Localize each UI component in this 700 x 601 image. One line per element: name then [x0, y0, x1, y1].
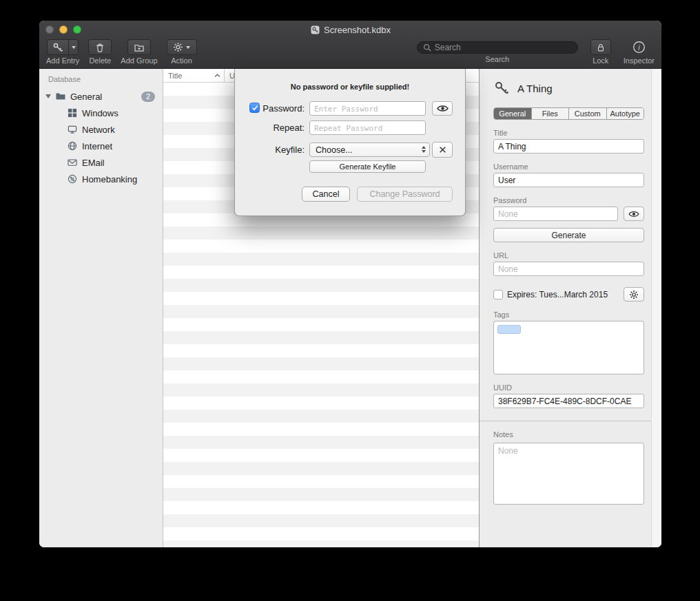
close-button[interactable] — [45, 25, 54, 34]
toolbar-add-entry: Add Entry — [46, 39, 79, 65]
folder-plus-icon — [134, 42, 145, 53]
zoom-button[interactable] — [73, 25, 81, 34]
search-field[interactable] — [417, 41, 578, 54]
add-entry-button[interactable] — [47, 39, 79, 55]
add-entry-label: Add Entry — [46, 56, 79, 65]
lock-button[interactable] — [590, 39, 611, 55]
inspector-tabs: General Files Custom Autotype — [493, 107, 644, 120]
disclosure-triangle-icon[interactable] — [45, 94, 51, 98]
tab-files[interactable]: Files — [532, 108, 570, 119]
delete-label: Delete — [89, 56, 111, 65]
password-checkbox[interactable] — [249, 103, 260, 113]
sidebar-item-homebanking[interactable]: Homebanking — [39, 171, 163, 187]
expires-row: Expires: Tues...March 2015 — [493, 287, 644, 302]
repeat-input[interactable] — [309, 120, 426, 135]
folder-icon — [55, 91, 66, 102]
key-icon[interactable] — [47, 39, 68, 55]
keyfile-value: Choose... — [316, 145, 353, 155]
password-row — [493, 207, 644, 221]
column-header-title[interactable]: Title — [163, 69, 224, 82]
expires-label: Expires: Tues...March 2015 — [507, 290, 608, 299]
search-label: Search — [485, 55, 509, 63]
window-title-wrap: Screenshot.kdbx — [310, 25, 391, 35]
toolbar-lock: Lock — [590, 39, 611, 65]
sidebar-item-label: EMail — [82, 158, 105, 168]
add-group-button[interactable] — [127, 39, 151, 55]
eye-icon — [628, 210, 639, 218]
search-icon — [423, 43, 431, 52]
gear-icon — [629, 290, 639, 299]
inspector-header: A Thing — [493, 78, 644, 98]
expires-settings-button[interactable] — [624, 287, 644, 302]
url-field[interactable] — [493, 262, 644, 276]
repeat-label: Repeat: — [235, 123, 305, 133]
toolbar-search: Search — [417, 39, 578, 63]
notes-field[interactable] — [493, 443, 644, 505]
minimize-button[interactable] — [59, 25, 68, 34]
url-field-label: URL — [493, 251, 644, 260]
inspector-label: Inspector — [624, 56, 655, 65]
notes-label: Notes — [493, 430, 644, 439]
action-button[interactable] — [167, 39, 197, 55]
clear-keyfile-button[interactable] — [432, 142, 453, 158]
close-icon — [439, 146, 446, 154]
change-password-button[interactable]: Change Password — [357, 187, 453, 202]
entry-title: A Thing — [517, 83, 553, 94]
cancel-button[interactable]: Cancel — [302, 187, 350, 202]
sidebar: Database General 2 Windows Network — [39, 69, 163, 547]
eye-icon — [437, 104, 449, 113]
app-window: Screenshot.kdbx Add Entry D — [39, 21, 661, 547]
sidebar-item-label: Internet — [82, 141, 112, 151]
inspector-button[interactable]: i — [632, 39, 646, 55]
column-header-username[interactable]: U — [225, 69, 235, 82]
generate-keyfile-button[interactable]: Generate Keyfile — [309, 160, 426, 173]
gear-icon — [173, 42, 183, 52]
username-field[interactable] — [493, 173, 644, 187]
toolbar: Add Entry Delete Add Group — [39, 39, 661, 68]
coin-percent-icon — [67, 173, 78, 184]
password-field-label: Password — [493, 196, 644, 204]
tag-token — [497, 325, 521, 334]
tab-general[interactable]: General — [494, 108, 532, 119]
toolbar-action: Action — [167, 39, 197, 65]
sidebar-item-internet[interactable]: Internet — [39, 138, 163, 154]
toolbar-delete: Delete — [88, 39, 112, 65]
delete-button[interactable] — [88, 39, 112, 55]
sidebar-item-email[interactable]: EMail — [39, 154, 163, 171]
reveal-password-button[interactable] — [432, 101, 453, 116]
password-field[interactable] — [493, 207, 618, 221]
add-entry-dropdown[interactable] — [68, 39, 79, 55]
sidebar-item-general[interactable]: General 2 — [39, 88, 163, 105]
sidebar-item-network[interactable]: Network — [39, 121, 163, 138]
reveal-password-button[interactable] — [624, 207, 644, 221]
sidebar-item-windows[interactable]: Windows — [39, 105, 163, 121]
sidebar-header: Database — [39, 74, 163, 88]
column-title-label: Title — [168, 72, 182, 80]
trash-icon — [94, 42, 105, 53]
expires-checkbox[interactable] — [493, 290, 503, 299]
sidebar-item-label: Windows — [82, 108, 119, 118]
tags-input[interactable] — [493, 321, 644, 375]
keyfile-dropdown[interactable]: Choose... — [309, 143, 430, 157]
title-field[interactable] — [493, 139, 644, 154]
lock-icon — [596, 43, 606, 52]
generate-password-button[interactable]: Generate — [493, 228, 644, 242]
envelope-icon — [67, 157, 78, 168]
uuid-field[interactable] — [493, 394, 644, 408]
title-field-label: Title — [493, 129, 644, 137]
svg-text:i: i — [638, 44, 640, 52]
search-input[interactable] — [435, 43, 572, 52]
inspector-scrollbar[interactable] — [651, 69, 661, 547]
inspector-panel: A Thing General Files Custom Autotype Ti… — [480, 69, 661, 547]
username-field-label: Username — [493, 162, 644, 171]
tab-custom[interactable]: Custom — [569, 108, 607, 119]
password-input[interactable] — [309, 101, 426, 116]
change-password-sheet: No password or keyfile supplied! Passwor… — [234, 69, 466, 216]
window-chrome: Screenshot.kdbx Add Entry D — [39, 21, 661, 69]
lock-label: Lock — [593, 56, 608, 65]
tab-autotype[interactable]: Autotype — [607, 108, 644, 119]
sidebar-item-label: Homebanking — [82, 174, 137, 184]
toolbar-add-group: Add Group — [121, 39, 157, 65]
window-title: Screenshot.kdbx — [324, 25, 391, 35]
password-label: Password: — [260, 103, 305, 114]
